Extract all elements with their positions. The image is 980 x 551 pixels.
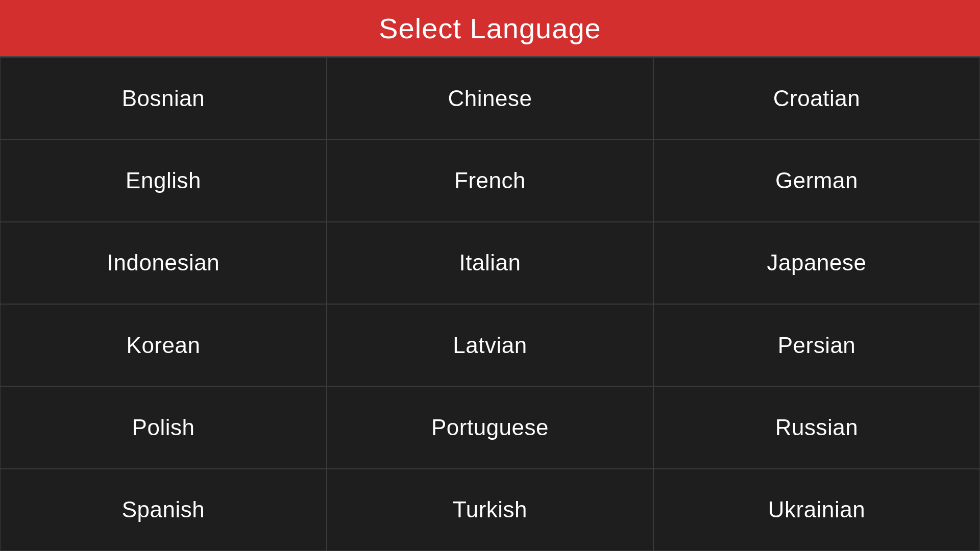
language-label-german: German — [775, 168, 858, 193]
language-label-chinese: Chinese — [448, 86, 532, 111]
language-cell-ukrainian[interactable]: Ukrainian — [653, 469, 980, 551]
language-cell-indonesian[interactable]: Indonesian — [0, 222, 327, 304]
language-cell-portuguese[interactable]: Portuguese — [327, 386, 653, 468]
language-label-turkish: Turkish — [453, 497, 527, 522]
page-header: Select Language — [0, 0, 980, 56]
language-cell-latvian[interactable]: Latvian — [327, 304, 653, 386]
language-cell-bosnian[interactable]: Bosnian — [0, 57, 327, 139]
language-label-persian: Persian — [778, 333, 856, 358]
language-label-japanese: Japanese — [767, 250, 867, 276]
language-cell-persian[interactable]: Persian — [653, 304, 980, 386]
language-label-russian: Russian — [775, 415, 858, 440]
language-cell-chinese[interactable]: Chinese — [327, 57, 653, 139]
language-label-polish: Polish — [132, 415, 195, 440]
language-label-bosnian: Bosnian — [122, 86, 205, 111]
language-cell-croatian[interactable]: Croatian — [653, 57, 980, 139]
language-label-spanish: Spanish — [122, 497, 205, 522]
language-label-croatian: Croatian — [773, 86, 860, 111]
language-label-korean: Korean — [127, 333, 201, 358]
language-grid: BosnianChineseCroatianEnglishFrenchGerma… — [0, 56, 980, 551]
language-cell-japanese[interactable]: Japanese — [653, 222, 980, 304]
language-label-english: English — [126, 168, 201, 193]
language-cell-russian[interactable]: Russian — [653, 386, 980, 468]
language-label-portuguese: Portuguese — [431, 415, 549, 440]
language-cell-spanish[interactable]: Spanish — [0, 469, 327, 551]
language-cell-italian[interactable]: Italian — [327, 222, 653, 304]
language-cell-french[interactable]: French — [327, 139, 653, 221]
language-label-indonesian: Indonesian — [107, 250, 219, 276]
language-cell-korean[interactable]: Korean — [0, 304, 327, 386]
language-label-italian: Italian — [459, 250, 521, 276]
page-title: Select Language — [379, 12, 601, 45]
language-label-ukrainian: Ukrainian — [768, 497, 865, 522]
language-cell-turkish[interactable]: Turkish — [327, 469, 653, 551]
language-cell-german[interactable]: German — [653, 139, 980, 221]
language-label-french: French — [454, 168, 526, 193]
language-cell-english[interactable]: English — [0, 139, 327, 221]
language-label-latvian: Latvian — [453, 333, 527, 358]
language-cell-polish[interactable]: Polish — [0, 386, 327, 468]
